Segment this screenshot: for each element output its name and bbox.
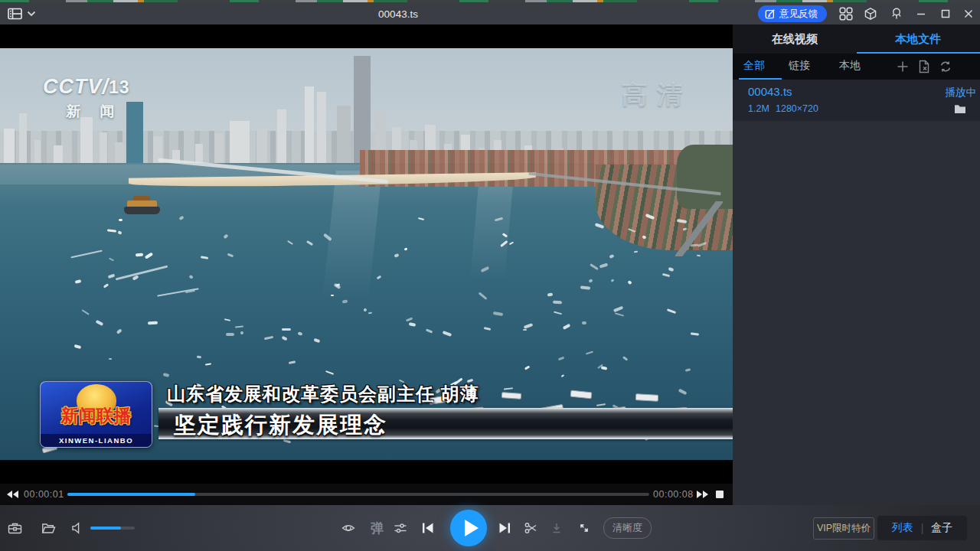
minimize-button[interactable]: [916, 8, 929, 22]
volume-fill: [90, 527, 121, 530]
news-program-logo: 新闻联播 XINWEN-LIANBO: [40, 381, 152, 448]
subtab-local[interactable]: 本地: [839, 59, 861, 73]
refresh-icon[interactable]: [939, 60, 952, 73]
total-time: 00:00:08: [653, 489, 694, 500]
pin-icon[interactable]: [890, 7, 903, 21]
seek-bar[interactable]: [67, 493, 649, 496]
apps-grid-icon[interactable]: [839, 7, 853, 21]
playing-badge: 播放中: [946, 86, 977, 99]
clear-list-icon[interactable]: [917, 60, 931, 73]
playlist-item[interactable]: 00043.ts 播放中 1.2M 980×551: [733, 80, 980, 121]
open-file-icon[interactable]: [41, 522, 56, 535]
fast-forward-icon[interactable]: [696, 490, 709, 499]
control-bar: 弹: [0, 505, 980, 551]
titlebar: 00043.ts 意见反馈: [0, 2, 980, 24]
previous-button[interactable]: [420, 521, 435, 535]
chevron-down-icon[interactable]: [27, 11, 36, 17]
volume-slider[interactable]: [90, 527, 135, 530]
vip-button[interactable]: VIP限时特价: [813, 517, 874, 540]
rewind-icon[interactable]: [6, 490, 19, 499]
box-icon[interactable]: [864, 7, 877, 21]
scissors-icon[interactable]: [524, 521, 538, 535]
next-button[interactable]: [498, 521, 512, 535]
eye-icon[interactable]: [340, 521, 357, 535]
sidebar-tabs: 在线视频 本地文件: [733, 24, 980, 54]
tab-online-video[interactable]: 在线视频: [733, 24, 857, 54]
feedback-label: 意见反馈: [779, 8, 818, 21]
tab-local-files[interactable]: 本地文件: [857, 24, 980, 54]
list-box-group: 列表 | 盒子: [877, 516, 967, 540]
file-resolution: 980×551: [776, 103, 818, 114]
file-size: 1.2M: [748, 103, 769, 114]
channel-logo: CCTV/13 新 闻: [43, 75, 130, 122]
speaker-caption: 山东省发展和改革委员会副主任 胡薄: [167, 382, 479, 406]
current-time: 00:00:01: [24, 489, 64, 500]
playlist-subtabs: 全部 链接 本地: [733, 54, 980, 80]
list-toggle[interactable]: 列表: [892, 521, 913, 535]
file-name: 00043.ts: [748, 85, 792, 98]
progress-fill: [67, 493, 195, 496]
subtab-links[interactable]: 链接: [789, 59, 810, 73]
edit-icon: [765, 8, 776, 19]
headline-text: 坚定践行新发展理念: [174, 410, 387, 441]
download-icon[interactable]: [550, 521, 564, 535]
feedback-button[interactable]: 意见反馈: [758, 5, 827, 22]
open-folder-icon[interactable]: [954, 103, 966, 114]
box-toggle[interactable]: 盒子: [931, 521, 952, 535]
maximize-button[interactable]: [940, 8, 954, 22]
hd-watermark: 高清: [622, 78, 692, 112]
sidebar: 在线视频 本地文件 全部 链接 本地: [733, 24, 980, 505]
add-file-icon[interactable]: [896, 60, 910, 73]
settings-sliders-icon[interactable]: [393, 521, 408, 535]
danmaku-toggle[interactable]: 弹: [371, 520, 384, 537]
volume-icon[interactable]: [71, 522, 84, 534]
progress-row: 00:00:01 00:00:08: [0, 484, 733, 505]
film-menu-icon[interactable]: [8, 8, 22, 20]
resize-arrows-icon[interactable]: [577, 521, 591, 535]
quality-button[interactable]: 清晰度: [603, 517, 652, 539]
toolbox-icon[interactable]: [8, 521, 22, 535]
video-area[interactable]: CCTV/13 新 闻 高清 新闻联播 XINWEN-LIANBO 山东省发展和…: [0, 24, 733, 484]
play-button[interactable]: [450, 510, 487, 546]
stop-icon[interactable]: [716, 491, 724, 498]
divider: |: [921, 522, 924, 534]
subtab-all[interactable]: 全部: [743, 59, 765, 73]
window-title: 00043.ts: [378, 8, 418, 19]
headline-bar: 坚定践行新发展理念: [158, 408, 733, 439]
player-window: 00043.ts 意见反馈: [0, 0, 980, 551]
close-button[interactable]: [963, 8, 977, 22]
